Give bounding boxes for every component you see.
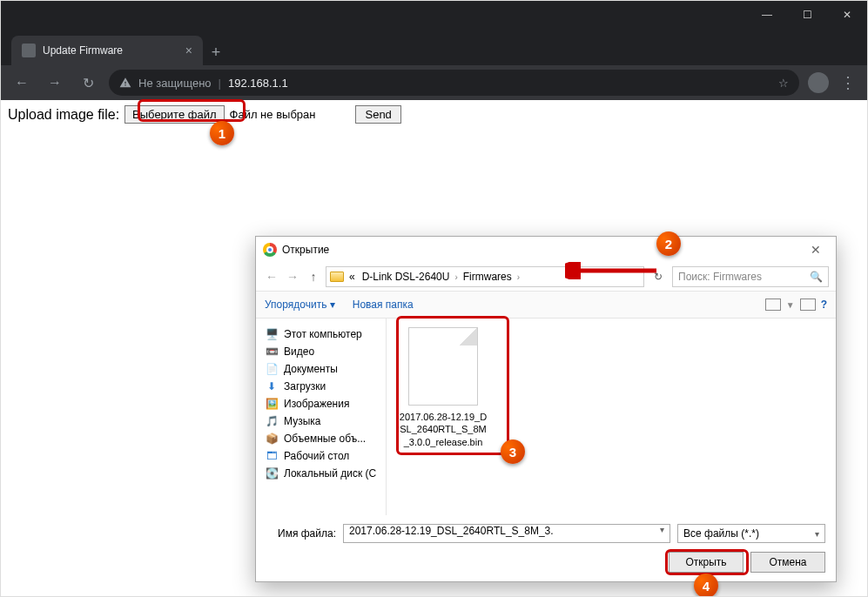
- tree-label: Загрузки: [284, 380, 326, 392]
- dialog-footer: Имя файла: 2017.06.28-12.19_DSL_2640RTL_…: [256, 515, 836, 581]
- address-bar: ← → ↻ Не защищено | 192.168.1.1 ☆ ⋮: [1, 65, 867, 100]
- window-minimize[interactable]: —: [747, 1, 787, 29]
- dialog-refresh-button[interactable]: ↻: [648, 271, 669, 283]
- forward-button[interactable]: →: [43, 70, 67, 95]
- dialog-forward-button[interactable]: →: [284, 270, 301, 284]
- open-button[interactable]: Открыть: [669, 552, 744, 573]
- search-placeholder: Поиск: Firmwares: [678, 271, 762, 283]
- chevron-right-icon: ›: [517, 272, 520, 282]
- window-close[interactable]: ✕: [827, 1, 867, 29]
- filetype-select[interactable]: Все файлы (*.*)▾: [677, 524, 825, 543]
- page-content: Upload image file: Выберите файл Файл не…: [1, 100, 867, 129]
- tab-title: Update Firmware: [43, 44, 123, 57]
- tree-label: Видео: [284, 345, 314, 358]
- search-icon: 🔍: [810, 271, 823, 283]
- pc-icon: 🖥️: [265, 328, 279, 340]
- disk-icon: 💽: [265, 467, 279, 480]
- organize-menu[interactable]: Упорядочить ▾: [265, 298, 335, 311]
- dialog-close-icon[interactable]: ✕: [803, 243, 829, 257]
- new-tab-button[interactable]: +: [203, 39, 229, 65]
- dialog-title: Открытие: [282, 244, 329, 256]
- send-button[interactable]: Send: [355, 105, 400, 124]
- tab-close-icon[interactable]: ×: [185, 44, 192, 57]
- bookmark-star-icon[interactable]: ☆: [778, 77, 789, 90]
- not-secure-label: Не защищено: [138, 77, 212, 90]
- file-item[interactable]: 2017.06.28-12.19_DSL_2640RTL_S_8M_3.0.0_…: [395, 327, 491, 448]
- profile-avatar[interactable]: [808, 72, 829, 93]
- file-name: 2017.06.28-12.19_DSL_2640RTL_S_8M_3.0.0_…: [395, 411, 491, 448]
- help-button[interactable]: ?: [821, 298, 827, 311]
- tree-label: Изображения: [284, 398, 349, 410]
- tree-downloads[interactable]: ⬇Загрузки: [261, 378, 380, 395]
- chrome-icon: [263, 243, 277, 257]
- breadcrumb-seg-1[interactable]: D-Link DSL-2640U: [360, 271, 452, 283]
- window-titlebar: — ☐ ✕: [1, 1, 867, 32]
- dialog-search[interactable]: Поиск: Firmwares 🔍: [672, 266, 829, 287]
- choose-file-button[interactable]: Выберите файл: [124, 105, 224, 124]
- folder-tree: 🖥️Этот компьютер 📼Видео 📄Документы ⬇Загр…: [256, 319, 387, 515]
- breadcrumb-seg-2[interactable]: Firmwares: [461, 271, 514, 283]
- file-list[interactable]: 2017.06.28-12.19_DSL_2640RTL_S_8M_3.0.0_…: [387, 319, 836, 515]
- preview-pane-button[interactable]: [800, 298, 816, 311]
- music-icon: 🎵: [265, 415, 279, 427]
- dialog-back-button[interactable]: ←: [263, 270, 280, 284]
- dialog-up-button[interactable]: ↑: [305, 270, 322, 284]
- omnibox-separator: |: [219, 77, 221, 90]
- tree-label: Локальный диск (С: [284, 467, 376, 480]
- url-text: 192.168.1.1: [228, 77, 288, 90]
- not-secure-icon: [119, 77, 131, 89]
- tree-label: Объемные объ...: [284, 433, 366, 445]
- filetype-value: Все файлы (*.*): [683, 527, 759, 540]
- breadcrumb-prefix: «: [347, 271, 357, 283]
- tree-label: Этот компьютер: [284, 328, 362, 340]
- reload-button[interactable]: ↻: [76, 70, 100, 95]
- dialog-body: 🖥️Этот компьютер 📼Видео 📄Документы ⬇Загр…: [256, 319, 836, 515]
- file-thumbnail-icon: [408, 327, 478, 406]
- upload-label: Upload image file:: [8, 107, 119, 123]
- tree-label: Документы: [284, 363, 338, 375]
- tree-objects3d[interactable]: 📦Объемные объ...: [261, 430, 380, 447]
- chevron-right-icon: ›: [454, 272, 457, 282]
- cancel-button[interactable]: Отмена: [750, 552, 825, 573]
- view-mode-button[interactable]: [765, 298, 781, 311]
- browser-tab[interactable]: Update Firmware ×: [11, 36, 203, 65]
- dialog-toolbar: Упорядочить ▾ Новая папка ▼ ?: [256, 291, 836, 319]
- tree-videos[interactable]: 📼Видео: [261, 343, 380, 360]
- tree-desktop[interactable]: 🗔Рабочий стол: [261, 447, 380, 465]
- tree-localdisk[interactable]: 💽Локальный диск (С: [261, 465, 380, 482]
- download-icon: ⬇: [265, 380, 279, 392]
- objects3d-icon: 📦: [265, 433, 279, 445]
- filename-value: 2017.06.28-12.19_DSL_2640RTL_S_8M_3.: [349, 525, 554, 537]
- picture-icon: 🖼️: [265, 398, 279, 410]
- filename-input[interactable]: 2017.06.28-12.19_DSL_2640RTL_S_8M_3.▾: [343, 524, 670, 543]
- dialog-nav: ← → ↑ « D-Link DSL-2640U › Firmwares › ↻…: [256, 263, 836, 291]
- file-status: Файл не выбран: [230, 108, 316, 121]
- document-icon: 📄: [265, 363, 279, 375]
- tab-strip: Update Firmware × +: [1, 32, 867, 65]
- new-folder-button[interactable]: Новая папка: [353, 298, 414, 311]
- desktop-icon: 🗔: [265, 450, 279, 462]
- tree-documents[interactable]: 📄Документы: [261, 360, 380, 378]
- chevron-down-icon: ▼: [786, 300, 795, 310]
- window-maximize[interactable]: ☐: [787, 1, 827, 29]
- video-icon: 📼: [265, 345, 279, 358]
- breadcrumb[interactable]: « D-Link DSL-2640U › Firmwares ›: [326, 266, 644, 287]
- browser-menu-icon[interactable]: ⋮: [838, 73, 858, 92]
- back-button[interactable]: ←: [10, 70, 34, 95]
- folder-icon: [330, 272, 344, 282]
- favicon: [22, 44, 36, 57]
- tree-this-pc[interactable]: 🖥️Этот компьютер: [261, 325, 380, 343]
- dialog-titlebar: Открытие ✕: [256, 237, 836, 263]
- tree-music[interactable]: 🎵Музыка: [261, 413, 380, 430]
- file-open-dialog: Открытие ✕ ← → ↑ « D-Link DSL-2640U › Fi…: [255, 236, 837, 582]
- tree-label: Музыка: [284, 415, 320, 427]
- tree-pictures[interactable]: 🖼️Изображения: [261, 395, 380, 413]
- filename-label: Имя файла:: [266, 527, 336, 540]
- omnibox[interactable]: Не защищено | 192.168.1.1 ☆: [109, 70, 799, 96]
- tree-label: Рабочий стол: [284, 450, 349, 462]
